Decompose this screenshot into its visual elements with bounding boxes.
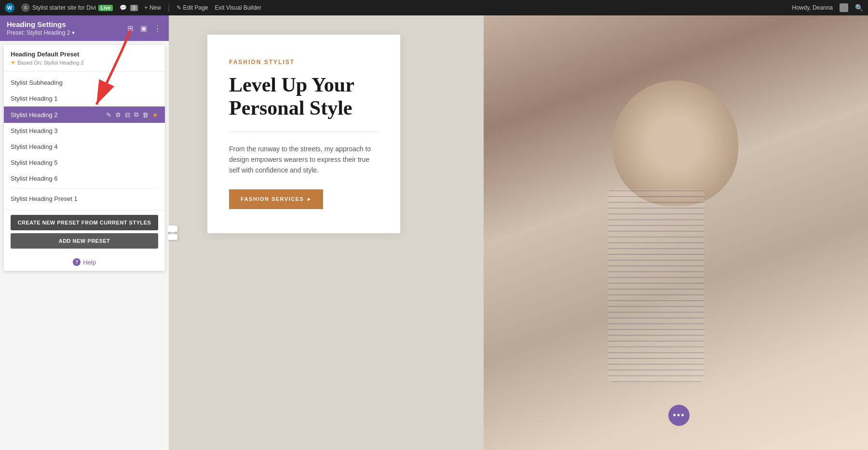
unlink-preset-icon[interactable]: ⊟: [125, 111, 130, 119]
left-panel: Heading Settings Preset: Stylist Heading…: [0, 15, 169, 450]
arrow-icon: ▸: [308, 196, 312, 202]
comment-icon: 💬: [120, 4, 127, 11]
duplicate-preset-icon[interactable]: ⧉: [134, 111, 138, 119]
preset-item-heading3[interactable]: Stylist Heading 3: [4, 123, 165, 139]
help-icon: ?: [73, 258, 81, 266]
main-layout: Heading Settings Preset: Stylist Heading…: [0, 15, 868, 450]
fashion-image: [484, 15, 868, 450]
preset-item-heading5[interactable]: Stylist Heading 5: [4, 155, 165, 171]
site-name-link[interactable]: S Stylist starter site for Divi Live: [21, 3, 113, 12]
fashion-services-button[interactable]: FASHION SERVICES ▸: [229, 189, 323, 209]
dots-button[interactable]: •••: [668, 405, 690, 426]
delete-preset-icon[interactable]: 🗑: [142, 111, 149, 119]
admin-avatar: [840, 3, 848, 12]
live-badge: Live: [98, 5, 113, 11]
site-icon: S: [21, 3, 30, 12]
preset-item-subheading[interactable]: Stylist Subheading: [4, 75, 165, 91]
edit-page-link[interactable]: ✎ Edit Page: [176, 4, 208, 11]
search-icon[interactable]: 🔍: [855, 4, 863, 12]
comment-count: 0: [130, 5, 138, 11]
chevron-down-icon: ▾: [72, 29, 75, 36]
default-preset-based: ★ Based On: Stylist Heading 2: [11, 59, 158, 66]
default-preset-title: Heading Default Preset: [11, 51, 158, 58]
howdy-text: Howdy, Deanna: [792, 4, 833, 11]
star-preset-icon[interactable]: ★: [152, 111, 158, 119]
create-preset-button[interactable]: CREATE NEW PRESET FROM CURRENT STYLES: [11, 215, 158, 230]
hero-title: Level Up Your Personal Style: [229, 73, 379, 120]
preset-panel: Heading Default Preset ★ Based On: Styli…: [4, 45, 165, 271]
preset-item-heading4[interactable]: Stylist Heading 4: [4, 139, 165, 155]
edit-preset-icon[interactable]: ✎: [106, 111, 111, 119]
star-icon: ★: [11, 59, 15, 66]
preset-subtitle[interactable]: Preset: Stylist Heading 2 ▾: [7, 29, 75, 36]
preset-list: Stylist Subheading Stylist Heading 1 Sty…: [4, 72, 165, 210]
heading-settings-title: Heading Settings: [7, 20, 75, 28]
preset-item-actions: ✎ ⚙ ⊟ ⧉ 🗑 ★: [106, 111, 158, 119]
comments-link[interactable]: 💬 0: [120, 4, 138, 11]
hero-card: FASHION STYLIST Level Up Your Personal S…: [207, 35, 400, 233]
resize-icon[interactable]: ⊞: [126, 23, 135, 34]
preset-item-heading2[interactable]: Stylist Heading 2 ✎ ⚙ ⊟ ⧉ 🗑 ★: [4, 106, 165, 123]
content-area: FASHION STYLIST Level Up Your Personal S…: [169, 15, 868, 450]
hero-label: FASHION STYLIST: [229, 59, 379, 66]
exit-builder-link[interactable]: Exit Visual Builder: [215, 4, 262, 11]
layout-icon[interactable]: ▣: [139, 23, 148, 34]
preset-item-heading1[interactable]: Stylist Heading 1: [4, 91, 165, 106]
hero-image-right: [484, 15, 868, 450]
heading-settings-info: Heading Settings Preset: Stylist Heading…: [7, 20, 75, 36]
admin-bar-left: W S Stylist starter site for Divi Live 💬…: [5, 3, 785, 13]
new-link[interactable]: + New: [145, 4, 161, 11]
admin-bar-right: Howdy, Deanna 🔍: [792, 3, 864, 12]
preset-item-heading-preset1[interactable]: Stylist Heading Preset 1: [4, 191, 165, 207]
separator: |: [168, 3, 170, 12]
drag-handle[interactable]: ⟺: [168, 225, 177, 240]
admin-bar: W S Stylist starter site for Divi Live 💬…: [0, 0, 868, 15]
preset-separator: [11, 188, 158, 189]
wordpress-icon[interactable]: W: [5, 3, 14, 13]
default-preset-section: Heading Default Preset ★ Based On: Styli…: [4, 45, 165, 72]
heading-settings-header: Heading Settings Preset: Stylist Heading…: [0, 15, 169, 41]
hero-divider: [229, 132, 379, 132]
hero-body-text: From the runway to the streets, my appro…: [229, 144, 379, 176]
add-preset-button[interactable]: ADD NEW PRESET: [11, 233, 158, 249]
preset-actions: CREATE NEW PRESET FROM CURRENT STYLES AD…: [4, 210, 165, 253]
help-link[interactable]: ? Help: [4, 253, 165, 271]
settings-preset-icon[interactable]: ⚙: [115, 111, 121, 119]
header-icons: ⊞ ▣ ⋮: [126, 23, 162, 34]
preset-item-heading6[interactable]: Stylist Heading 6: [4, 171, 165, 186]
more-icon[interactable]: ⋮: [153, 23, 162, 34]
